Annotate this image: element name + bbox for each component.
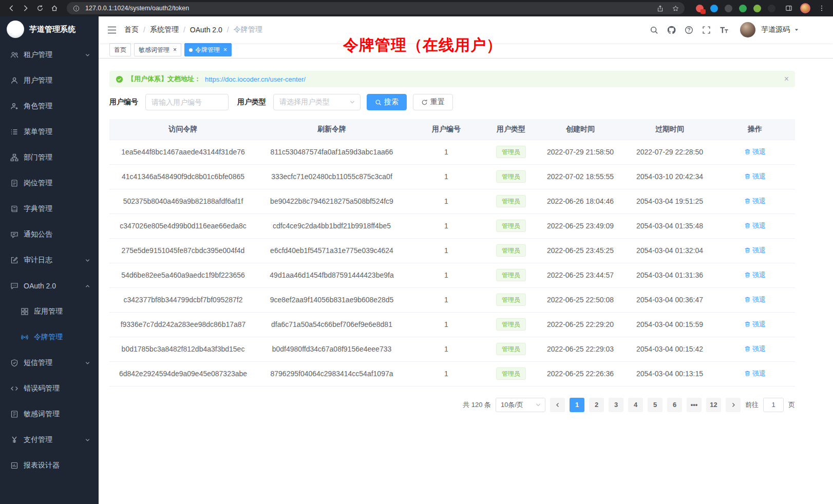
tab-token[interactable]: 令牌管理 × bbox=[184, 43, 232, 56]
caret-down-icon[interactable] bbox=[794, 27, 799, 32]
page-6-button[interactable]: 6 bbox=[667, 398, 682, 412]
user-name[interactable]: 芋道源码 bbox=[761, 25, 790, 34]
page-3-button[interactable]: 3 bbox=[609, 398, 623, 412]
sidebar-item-oauth2-token[interactable]: 令牌管理 bbox=[0, 324, 99, 350]
table-row: 54d6be82ee5a460a9aedc1f9bf22365649d1aa46… bbox=[109, 263, 795, 287]
force-logout-button[interactable]: 强退 bbox=[744, 344, 766, 354]
tenant-icon bbox=[10, 51, 18, 59]
breadcrumb-item-oauth[interactable]: OAuth 2.0 bbox=[190, 26, 222, 34]
search-icon[interactable] bbox=[650, 26, 658, 34]
page-5-button[interactable]: 5 bbox=[648, 398, 662, 412]
page-size-select[interactable]: 10条/页 bbox=[496, 398, 545, 412]
force-logout-button[interactable]: 强退 bbox=[744, 197, 766, 206]
page-2-button[interactable]: 2 bbox=[589, 398, 604, 412]
breadcrumb-item-home[interactable]: 首页 bbox=[124, 25, 139, 34]
user-id-input[interactable] bbox=[145, 94, 229, 110]
extension-icon-red[interactable] bbox=[696, 5, 704, 12]
share-icon[interactable] bbox=[654, 2, 666, 14]
user-avatar[interactable] bbox=[740, 22, 755, 37]
force-logout-button[interactable]: 强退 bbox=[744, 320, 766, 329]
address-bar[interactable]: 127.0.0.1:1024/system/oauth2/token bbox=[67, 2, 685, 14]
tab-home[interactable]: 首页 bbox=[109, 43, 131, 56]
tab-close-icon[interactable]: × bbox=[223, 47, 227, 53]
sidebar-item-oauth2-application[interactable]: 应用管理 bbox=[0, 299, 99, 324]
action-cell: 强退 bbox=[715, 361, 795, 386]
user-type-select[interactable]: 请选择用户类型 bbox=[273, 94, 361, 110]
sidebar-item-audit-log[interactable]: 审计日志 bbox=[0, 247, 99, 273]
sidebar-item-label: 角色管理 bbox=[24, 102, 90, 111]
sidebar-item-pay[interactable]: 支付管理 bbox=[0, 427, 99, 453]
page-1-button[interactable]: 1 bbox=[570, 398, 584, 412]
column-header: 操作 bbox=[715, 119, 795, 140]
more-pages-button[interactable]: ••• bbox=[687, 398, 702, 412]
access-token-cell: 502375b8040a469a9b82188afdf6af1f bbox=[109, 189, 257, 214]
table-row: f9336e7c7dd242a283ee98dc86b17a87dfa6c71a… bbox=[109, 312, 795, 337]
column-header: 过期时间 bbox=[624, 119, 715, 140]
extension-icon-lightgreen[interactable] bbox=[753, 5, 761, 12]
delete-icon bbox=[744, 345, 751, 352]
doc-link[interactable]: https://doc.iocoder.cn/user-center/ bbox=[205, 75, 306, 83]
home-icon[interactable] bbox=[48, 2, 61, 14]
app-logo[interactable]: 芋道管理系统 bbox=[0, 16, 99, 42]
prev-page-button[interactable] bbox=[550, 398, 565, 412]
sidebar-item-sensitive-word[interactable]: 敏感词管理 bbox=[0, 401, 99, 427]
sidebar-item-oauth2[interactable]: OAuth 2.0 bbox=[0, 273, 99, 299]
force-logout-button[interactable]: 强退 bbox=[744, 270, 766, 280]
browser-menu-icon[interactable] bbox=[816, 2, 828, 14]
force-logout-button[interactable]: 强退 bbox=[744, 246, 766, 255]
chevron-left-icon bbox=[555, 402, 561, 408]
reset-button[interactable]: 重置 bbox=[413, 94, 453, 110]
fold-sidebar-icon[interactable] bbox=[107, 26, 117, 34]
site-info-icon[interactable] bbox=[70, 2, 82, 14]
search-button[interactable]: 搜索 bbox=[367, 94, 407, 110]
fullscreen-icon[interactable] bbox=[702, 26, 711, 34]
browser-profile-avatar[interactable] bbox=[800, 3, 810, 13]
force-logout-button[interactable]: 强退 bbox=[744, 147, 766, 157]
extension-icon-green[interactable] bbox=[739, 5, 747, 12]
page-12-button[interactable]: 12 bbox=[706, 398, 721, 412]
side-panel-icon[interactable] bbox=[783, 2, 795, 14]
font-size-icon[interactable] bbox=[720, 26, 728, 34]
audit-icon bbox=[10, 256, 18, 264]
action-cell: 强退 bbox=[715, 214, 795, 238]
sidebar-item-menu[interactable]: 菜单管理 bbox=[0, 119, 99, 145]
breadcrumb: 首页 / 系统管理 / OAuth 2.0 / 令牌管理 bbox=[124, 25, 262, 34]
goto-page-input[interactable] bbox=[763, 398, 784, 412]
access-token-cell: c347026e805e4d99b0d116eae66eda8c bbox=[109, 214, 257, 238]
user-type-cell: 管理员 bbox=[486, 263, 536, 287]
back-icon[interactable] bbox=[5, 2, 17, 14]
help-icon[interactable] bbox=[685, 26, 693, 34]
tab-sensitive-word[interactable]: 敏感词管理 × bbox=[134, 43, 181, 56]
alert-close-icon[interactable]: × bbox=[784, 75, 789, 83]
sidebar-item-notice[interactable]: 通知公告 bbox=[0, 222, 99, 247]
sidebar-item-dict[interactable]: 字典管理 bbox=[0, 196, 99, 222]
access-token-cell: b0d1785bc3a8482f812db4a3f3bd15ec bbox=[109, 337, 257, 361]
sidebar-item-error-code[interactable]: 错误码管理 bbox=[0, 376, 99, 401]
sidebar-item-role[interactable]: 角色管理 bbox=[0, 93, 99, 119]
extension-icon-blue[interactable] bbox=[710, 5, 718, 12]
page-4-button[interactable]: 4 bbox=[628, 398, 643, 412]
sidebar-item-sms[interactable]: 短信管理 bbox=[0, 350, 99, 376]
bookmark-star-icon[interactable] bbox=[669, 2, 681, 14]
sidebar-item-tenant[interactable]: 租户管理 bbox=[0, 42, 99, 68]
goto-unit: 页 bbox=[788, 400, 795, 410]
reload-icon[interactable] bbox=[34, 2, 46, 14]
user-type-cell: 管理员 bbox=[486, 287, 536, 312]
sidebar-item-dept[interactable]: 部门管理 bbox=[0, 145, 99, 170]
next-page-button[interactable] bbox=[726, 398, 741, 412]
force-logout-button[interactable]: 强退 bbox=[744, 172, 766, 181]
github-icon[interactable] bbox=[667, 26, 676, 34]
sidebar-item-post[interactable]: 岗位管理 bbox=[0, 170, 99, 196]
sidebar-item-report-designer[interactable]: 报表设计器 bbox=[0, 453, 99, 478]
force-logout-button[interactable]: 强退 bbox=[744, 295, 766, 304]
extension-icon-black[interactable] bbox=[768, 5, 775, 12]
tab-close-icon[interactable]: × bbox=[173, 47, 177, 53]
user-icon bbox=[10, 76, 18, 85]
force-logout-button[interactable]: 强退 bbox=[744, 221, 766, 230]
force-logout-button[interactable]: 强退 bbox=[744, 369, 766, 378]
extension-icon-dark[interactable] bbox=[725, 5, 732, 12]
forward-icon[interactable] bbox=[20, 2, 32, 14]
sidebar-item-user[interactable]: 用户管理 bbox=[0, 68, 99, 93]
breadcrumb-item-system[interactable]: 系统管理 bbox=[150, 25, 179, 34]
expire-time-cell: 2054-03-04 01:32:04 bbox=[624, 238, 715, 263]
